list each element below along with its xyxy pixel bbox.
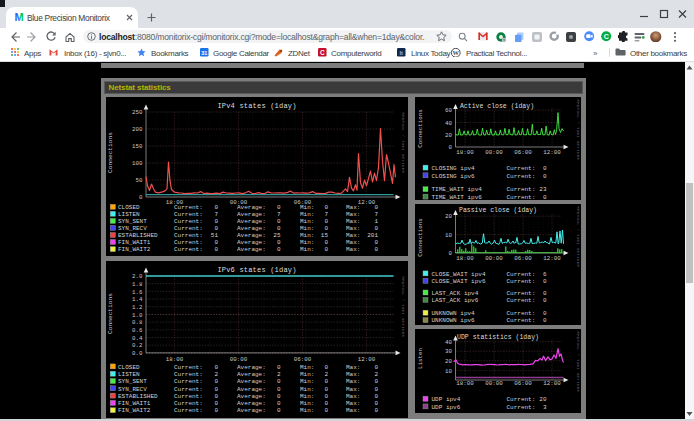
svg-text:12:00: 12:00 [357, 356, 375, 363]
svg-text:Average:: Average: [237, 232, 266, 239]
svg-text:06:00: 06:00 [514, 255, 532, 262]
svg-text:Current:: Current: [507, 172, 536, 179]
svg-text:Average:: Average: [237, 246, 266, 253]
svg-text:2: 2 [214, 370, 218, 377]
svg-text:7: 7 [276, 211, 280, 218]
svg-text:0: 0 [543, 309, 547, 316]
svg-text:0: 0 [374, 363, 378, 370]
svg-text:0: 0 [139, 194, 143, 201]
svg-text:UNKNOWN ipv6: UNKNOWN ipv6 [432, 317, 476, 324]
svg-text:100: 100 [132, 160, 143, 167]
svg-text:Max:: Max: [346, 407, 360, 414]
svg-text:1.6: 1.6 [132, 288, 143, 295]
svg-text:0: 0 [374, 407, 378, 414]
svg-text:12:00: 12:00 [543, 380, 561, 387]
svg-text:0: 0 [449, 144, 453, 151]
svg-text:0: 0 [324, 204, 328, 211]
svg-text:UDP ipv4: UDP ipv4 [432, 396, 461, 403]
svg-text:250: 250 [132, 109, 143, 116]
svg-text:TIME_WAIT ipv4: TIME_WAIT ipv4 [432, 186, 483, 193]
svg-text:40: 40 [445, 119, 452, 126]
svg-text:lt: lt [399, 50, 403, 56]
svg-text:C: C [320, 49, 325, 56]
svg-text:Max:: Max: [346, 385, 360, 392]
svg-text:Connections: Connections [417, 218, 424, 256]
svg-text:Current:: Current: [174, 400, 203, 407]
svg-text:Min:: Min: [300, 204, 314, 211]
svg-text:Min:: Min: [300, 400, 314, 407]
svg-text:0.2: 0.2 [132, 342, 143, 349]
svg-text:Max:: Max: [346, 239, 360, 246]
svg-text:0: 0 [276, 385, 280, 392]
svg-text:ESTABLISHED: ESTABLISHED [118, 232, 158, 239]
svg-text:0: 0 [543, 297, 547, 304]
svg-text:Max:: Max: [346, 363, 360, 370]
svg-text:RRDTOOL / TOBI OETIKER: RRDTOOL / TOBI OETIKER [400, 112, 404, 173]
svg-text:Current:: Current: [507, 289, 536, 296]
svg-text:Max:: Max: [346, 370, 360, 377]
svg-text:Current:: Current: [507, 297, 536, 304]
svg-text:15: 15 [320, 232, 328, 239]
svg-text:Current:: Current: [507, 186, 536, 193]
svg-text:1.8: 1.8 [132, 280, 143, 287]
svg-text:Current:: Current: [174, 246, 203, 253]
svg-text:Connections: Connections [417, 109, 424, 147]
svg-text:0: 0 [276, 239, 280, 246]
svg-text:12:00: 12:00 [543, 255, 561, 262]
svg-text:7: 7 [214, 211, 218, 218]
svg-text:0.0: 0.0 [132, 350, 143, 357]
svg-text:18:00: 18:00 [456, 380, 474, 387]
svg-text:UDP statistics (1day): UDP statistics (1day) [457, 333, 539, 340]
svg-text:Average:: Average: [237, 392, 266, 399]
svg-text:Max:: Max: [346, 392, 360, 399]
svg-text:FIN_WAIT1: FIN_WAIT1 [118, 400, 151, 407]
svg-text:Average:: Average: [237, 385, 266, 392]
svg-text:Current:: Current: [174, 232, 203, 239]
svg-text:ESTABLISHED: ESTABLISHED [118, 392, 158, 399]
svg-text:0: 0 [374, 392, 378, 399]
svg-text:RRDTOOL / TOBI OETIKER: RRDTOOL / TOBI OETIKER [576, 99, 580, 160]
svg-text:0: 0 [324, 407, 328, 414]
svg-text:0.4: 0.4 [132, 334, 143, 341]
svg-text:UNKNOWN ipv4: UNKNOWN ipv4 [432, 309, 476, 316]
svg-text:Current:: Current: [507, 164, 536, 171]
svg-text:M: M [14, 12, 23, 22]
svg-text:7: 7 [324, 211, 328, 218]
svg-text:18:00: 18:00 [456, 255, 474, 262]
svg-text:0: 0 [214, 246, 218, 253]
svg-text:0: 0 [543, 289, 547, 296]
svg-text:IPv6 states (1day): IPv6 states (1day) [217, 265, 296, 273]
svg-text:0: 0 [543, 278, 547, 285]
svg-text:Current:: Current: [174, 211, 203, 218]
svg-text:Min:: Min: [300, 363, 314, 370]
svg-text:Current:: Current: [507, 317, 536, 324]
svg-text:Average:: Average: [237, 225, 266, 232]
svg-text:00:00: 00:00 [229, 356, 247, 363]
svg-text:Min:: Min: [300, 239, 314, 246]
svg-text:Min:: Min: [300, 370, 314, 377]
svg-text:0: 0 [374, 385, 378, 392]
svg-text:Average:: Average: [237, 400, 266, 407]
svg-text:0: 0 [276, 378, 280, 385]
svg-text:Average:: Average: [237, 407, 266, 414]
svg-text:1.2: 1.2 [132, 303, 143, 310]
svg-text:0: 0 [214, 363, 218, 370]
svg-text:Average:: Average: [237, 370, 266, 377]
svg-text:Min:: Min: [300, 246, 314, 253]
svg-text:FIN_WAIT2: FIN_WAIT2 [118, 246, 151, 253]
svg-text:0: 0 [276, 204, 280, 211]
svg-text:0: 0 [374, 246, 378, 253]
svg-text:Current:: Current: [507, 278, 536, 285]
svg-text:0: 0 [543, 193, 547, 199]
svg-text:0: 0 [543, 172, 547, 179]
svg-text:20: 20 [445, 213, 452, 220]
svg-text:Min:: Min: [300, 392, 314, 399]
svg-text:W: W [453, 49, 460, 56]
svg-text:7: 7 [374, 211, 378, 218]
svg-text:10: 10 [445, 231, 452, 238]
svg-text:SYN_SENT: SYN_SENT [118, 378, 147, 385]
svg-text:0: 0 [276, 363, 280, 370]
svg-text:Average:: Average: [237, 239, 266, 246]
svg-text:Current:: Current: [507, 193, 536, 199]
svg-text:0: 0 [543, 317, 547, 324]
